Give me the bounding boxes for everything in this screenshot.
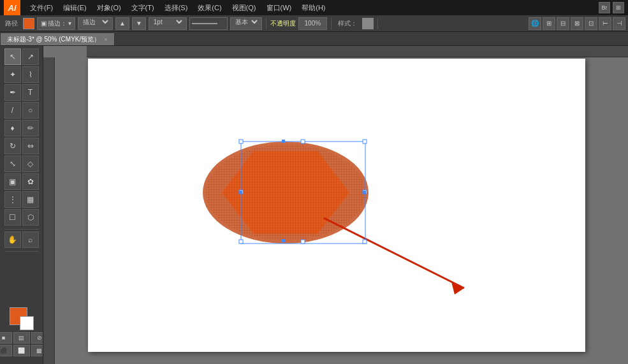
none-mode-btn[interactable]: ⊘ xyxy=(31,332,44,344)
gradient-mode-btn[interactable]: ▤ xyxy=(13,332,30,344)
reflect-tool[interactable]: ⇔ xyxy=(22,138,39,154)
screen-mode-btn2[interactable]: ⬜ xyxy=(13,345,30,356)
arrow-head xyxy=(451,282,464,295)
layout-btn[interactable]: ⊞ xyxy=(613,2,624,13)
tool-separator-2 xyxy=(4,251,39,252)
stroke-type-select[interactable]: 基本 xyxy=(230,17,262,30)
arrange-btn5[interactable]: ⊢ xyxy=(599,17,611,30)
dash-pattern[interactable] xyxy=(189,17,228,30)
slice-tool[interactable]: ⬡ xyxy=(22,209,39,226)
zoom-tool[interactable]: ⌕ xyxy=(22,231,39,248)
menu-edit[interactable]: 编辑(E) xyxy=(59,2,91,14)
menu-file[interactable]: 文件(F) xyxy=(26,2,57,14)
ruler-left xyxy=(43,57,55,364)
screen-mode-btn1[interactable]: ⬛ xyxy=(0,345,12,356)
arrange-btn1[interactable]: ⊞ xyxy=(543,17,555,30)
opacity-input[interactable] xyxy=(298,17,327,30)
shear-tool[interactable]: ◇ xyxy=(22,156,39,172)
anchor-top xyxy=(282,140,285,143)
tool-row-4: / ○ xyxy=(4,102,39,119)
hand-tool[interactable]: ✋ xyxy=(4,231,21,248)
scale-tool[interactable]: ⤡ xyxy=(4,156,21,172)
toolbar-right: 🌐 ⊞ ⊟ ⊠ ⊡ ⊢ ⊣ xyxy=(529,17,625,30)
background-swatch[interactable] xyxy=(20,316,34,330)
tool-row-10: ☐ ⬡ xyxy=(4,209,39,226)
menu-view[interactable]: 视图(Q) xyxy=(228,2,261,14)
menu-object[interactable]: 对象(O) xyxy=(92,2,126,14)
tab-close-btn[interactable]: × xyxy=(104,36,107,43)
title-bar: Ai 文件(F) 编辑(E) 对象(O) 文字(T) 选择(S) 效果(C) 视… xyxy=(0,0,628,15)
menu-window[interactable]: 窗口(W) xyxy=(262,2,296,14)
stroke-dropdown[interactable]: ▣ 描边： ▾ xyxy=(37,17,75,30)
gradient-tool[interactable]: ▣ xyxy=(4,173,21,190)
artboard-tool[interactable]: ☐ xyxy=(4,209,21,226)
anchor-right xyxy=(363,191,366,194)
style-swatch[interactable] xyxy=(362,18,374,29)
color-swatches: ■ ▤ ⊘ ⬛ ⬜ ▩ xyxy=(0,305,43,361)
tool-row-7: ⤡ ◇ xyxy=(4,156,39,172)
title-right: Br ⊞ xyxy=(599,2,624,13)
handle-tr[interactable] xyxy=(363,140,367,143)
magic-wand-tool[interactable]: ✦ xyxy=(4,66,21,83)
canvas-paper xyxy=(88,59,585,352)
up-arrow-btn[interactable]: ▲ xyxy=(115,17,129,30)
document-tab[interactable]: 未标题-3* @ 50% (CMYK/预览） × xyxy=(0,33,115,45)
arrange-btn6[interactable]: ⊣ xyxy=(613,17,625,30)
handle-bm[interactable] xyxy=(301,240,305,244)
menu-text[interactable]: 文字(T) xyxy=(127,2,159,14)
text-tool[interactable]: T xyxy=(22,84,39,101)
color-mode-btn[interactable]: ■ xyxy=(0,332,12,344)
tool-row-6: ↻ ⇔ xyxy=(4,138,39,154)
down-arrow-btn[interactable]: ▼ xyxy=(132,17,146,30)
brush-tool[interactable]: ♦ xyxy=(4,120,21,136)
fill-swatch[interactable] xyxy=(23,18,34,29)
arrow-line xyxy=(324,218,464,288)
opacity-label: 不透明度 xyxy=(270,19,296,28)
handle-bl[interactable] xyxy=(239,240,243,244)
tool-row-5: ♦ ✏ xyxy=(4,120,39,136)
rotate-tool[interactable]: ↻ xyxy=(4,138,21,154)
stroke-text: 描边： xyxy=(48,19,67,28)
mode-row: ■ ▤ ⊘ xyxy=(0,332,43,344)
lasso-tool[interactable]: ⌇ xyxy=(22,66,39,83)
pencil-tool[interactable]: ✏ xyxy=(22,120,39,136)
main-area: ↖ ↗ ✦ ⌇ ✒ T / ○ ♦ ✏ ↻ ⇔ ⤡ ◇ ▣ ✿ xyxy=(0,46,628,364)
arrange-btn3[interactable]: ⊠ xyxy=(571,17,583,30)
globe-btn[interactable]: 🌐 xyxy=(529,17,541,30)
menu-help[interactable]: 帮助(H) xyxy=(297,2,330,14)
chart-tool[interactable]: ▦ xyxy=(22,191,39,208)
tab-title: 未标题-3* @ 50% (CMYK/预览） xyxy=(7,35,100,44)
eyedropper-tool[interactable]: ✿ xyxy=(22,173,39,190)
menu-select[interactable]: 选择(S) xyxy=(160,2,193,14)
select-tool[interactable]: ↖ xyxy=(4,48,21,65)
arrange-btn2[interactable]: ⊟ xyxy=(557,17,569,30)
canvas-svg xyxy=(88,59,585,352)
pen-tool[interactable]: ✒ xyxy=(4,84,21,101)
menu-bar: 文件(F) 编辑(E) 对象(O) 文字(T) 选择(S) 效果(C) 视图(Q… xyxy=(26,2,594,14)
canvas-area[interactable] xyxy=(43,46,628,364)
ai-logo: Ai xyxy=(4,0,20,15)
ruler-top xyxy=(87,46,628,57)
menu-effect[interactable]: 效果(C) xyxy=(193,2,226,14)
tool-row-1: ↖ ↗ xyxy=(4,48,39,65)
handle-br[interactable] xyxy=(363,240,367,244)
toolbar: 路径 ▣ 描边： ▾ 描边 ▲ ▼ 1pt 基本 不透明度 样式： 🌐 ⊞ ⊟ … xyxy=(0,15,628,32)
stroke-style-select[interactable]: 描边 xyxy=(78,17,113,30)
screen-mode-btn3[interactable]: ▩ xyxy=(31,345,44,356)
swatch-pair xyxy=(10,307,34,330)
direct-select-tool[interactable]: ↗ xyxy=(22,48,39,65)
path-label: 路径 xyxy=(3,19,20,28)
stroke-width-select[interactable]: 1pt xyxy=(149,17,187,30)
shape-tool[interactable]: ○ xyxy=(22,102,39,119)
tool-row-9: ⋮ ▦ xyxy=(4,191,39,208)
tool-separator xyxy=(4,229,39,229)
tool-row-8: ▣ ✿ xyxy=(4,173,39,190)
handle-tl[interactable] xyxy=(239,140,243,143)
handle-tm[interactable] xyxy=(301,140,305,143)
screen-mode-row: ⬛ ⬜ ▩ xyxy=(0,345,43,356)
br-badge[interactable]: Br xyxy=(599,2,610,13)
blend-tool[interactable]: ⋮ xyxy=(4,191,21,208)
arrange-btn4[interactable]: ⊡ xyxy=(585,17,597,30)
line-tool[interactable]: / xyxy=(4,102,21,119)
tool-row-11: ✋ ⌕ xyxy=(4,231,39,248)
